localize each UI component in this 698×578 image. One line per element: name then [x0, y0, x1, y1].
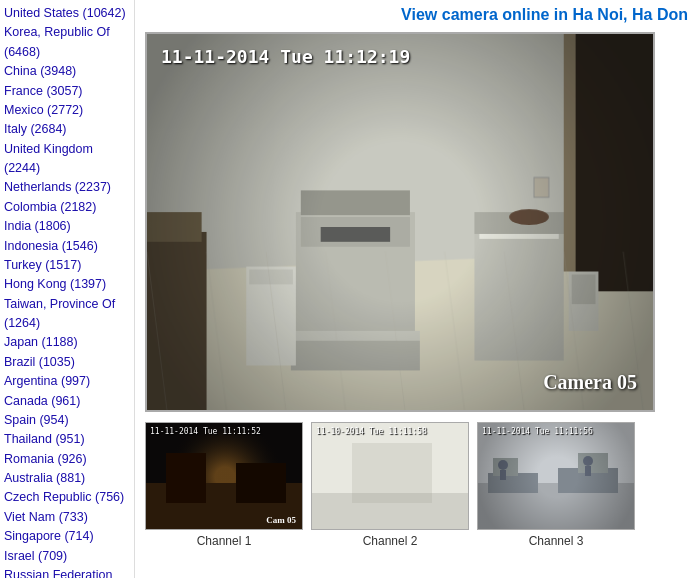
sidebar-link[interactable]: Taiwan, Province Of (1264): [4, 295, 130, 334]
thumbnail-item[interactable]: 11-11-2014 Tue 11:11:52Cam 05Channel 1: [145, 422, 303, 548]
thumbnail-item[interactable]: 11-10-2014 Tue 11:11:58Channel 2: [311, 422, 469, 548]
sidebar: United States (10642)Korea, Republic Of …: [0, 0, 135, 578]
sidebar-link[interactable]: France (3057): [4, 82, 130, 101]
sidebar-link[interactable]: Viet Nam (733): [4, 508, 130, 527]
sidebar-link[interactable]: Argentina (997): [4, 372, 130, 391]
sidebar-link[interactable]: Colombia (2182): [4, 198, 130, 217]
sidebar-link[interactable]: United States (10642): [4, 4, 130, 23]
sidebar-link[interactable]: Japan (1188): [4, 333, 130, 352]
page-title: View camera online in Ha Noi, Ha Don: [145, 6, 688, 24]
sidebar-link[interactable]: China (3948): [4, 62, 130, 81]
camera-main-view[interactable]: 11-11-2014 Tue 11:12:19 Camera 05: [145, 32, 655, 412]
thumb-timestamp: 11-11-2014 Tue 11:11:56: [482, 427, 593, 436]
thumb-cam-label: Cam 05: [266, 515, 296, 525]
thumbnail-image: 11-11-2014 Tue 11:11:52Cam 05: [145, 422, 303, 530]
camera-label: Camera 05: [543, 371, 637, 394]
sidebar-link[interactable]: Spain (954): [4, 411, 130, 430]
sidebar-link[interactable]: Netherlands (2237): [4, 178, 130, 197]
thumb-timestamp: 11-11-2014 Tue 11:11:52: [150, 427, 261, 436]
sidebar-link[interactable]: Singapore (714): [4, 527, 130, 546]
sidebar-link[interactable]: Israel (709): [4, 547, 130, 566]
sidebar-link[interactable]: Romania (926): [4, 450, 130, 469]
thumb-label: Channel 3: [529, 534, 584, 548]
sidebar-link[interactable]: Canada (961): [4, 392, 130, 411]
sidebar-link[interactable]: Mexico (2772): [4, 101, 130, 120]
thumb-label: Channel 1: [197, 534, 252, 548]
sidebar-link[interactable]: Brazil (1035): [4, 353, 130, 372]
thumbnail-image: 11-11-2014 Tue 11:11:56: [477, 422, 635, 530]
thumb-label: Channel 2: [363, 534, 418, 548]
sidebar-link[interactable]: Indonesia (1546): [4, 237, 130, 256]
main-content: View camera online in Ha Noi, Ha Don 11-…: [135, 0, 698, 578]
thumbnail-image: 11-10-2014 Tue 11:11:58: [311, 422, 469, 530]
thumbnail-item[interactable]: 11-11-2014 Tue 11:11:56Channel 3: [477, 422, 635, 548]
sidebar-link[interactable]: Italy (2684): [4, 120, 130, 139]
sidebar-link[interactable]: Turkey (1517): [4, 256, 130, 275]
sidebar-link[interactable]: United Kingdom (2244): [4, 140, 130, 179]
sidebar-link[interactable]: Thailand (951): [4, 430, 130, 449]
sidebar-link[interactable]: Korea, Republic Of (6468): [4, 23, 130, 62]
thumb-timestamp: 11-10-2014 Tue 11:11:58: [316, 427, 427, 436]
thumbnails-row: 11-11-2014 Tue 11:11:52Cam 05Channel 111…: [145, 422, 688, 548]
sidebar-link[interactable]: Hong Kong (1397): [4, 275, 130, 294]
sidebar-link[interactable]: Czech Republic (756): [4, 488, 130, 507]
camera-timestamp: 11-11-2014 Tue 11:12:19: [161, 46, 410, 67]
sidebar-link[interactable]: India (1806): [4, 217, 130, 236]
sidebar-link[interactable]: Russian Federation (677): [4, 566, 130, 578]
sidebar-link[interactable]: Australia (881): [4, 469, 130, 488]
